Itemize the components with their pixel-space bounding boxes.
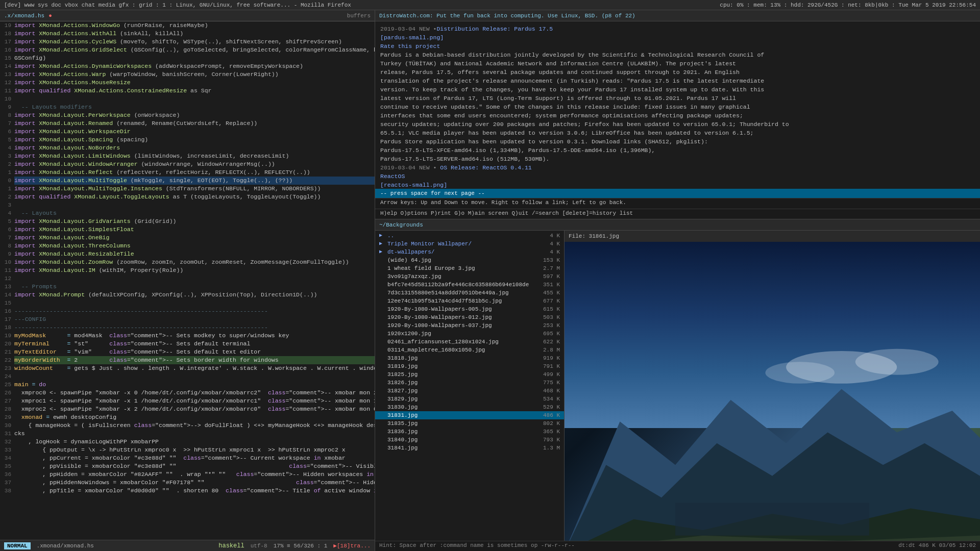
vim-position: 17% ≡ 56/326 : 1 bbox=[274, 543, 328, 549]
code-line: 24 bbox=[0, 372, 375, 381]
code-line: 15 bbox=[0, 299, 375, 307]
browser-line: [pardus-small.png] bbox=[380, 33, 975, 42]
ranger-statusbar: Hint: Space after :command name is somet… bbox=[375, 541, 980, 551]
file-icon bbox=[379, 330, 387, 338]
file-name: 31836.jpg bbox=[387, 428, 529, 436]
ranger-file-item[interactable]: 31818.jpg 919 K bbox=[375, 354, 564, 362]
ranger-fileinfo: dt:dt 486 K 03/05 12:02 bbox=[898, 542, 976, 550]
browser-line: release, Pardus 17.5, offers several pac… bbox=[380, 68, 975, 77]
ranger-file-item[interactable]: 31825.jpg 499 K bbox=[375, 370, 564, 379]
ranger-file-item[interactable]: ▶ .. 4 K bbox=[375, 232, 564, 240]
ranger-file-item[interactable]: 1920x1200.jpg 695 K bbox=[375, 330, 564, 338]
code-line: 26 xmproc0 <- spawnPipe "xmobar -x 0 /ho… bbox=[0, 389, 375, 397]
file-icon bbox=[379, 444, 387, 452]
file-name: dt-wallpapers/ bbox=[387, 248, 529, 256]
file-size: 677 K bbox=[529, 297, 560, 305]
ranger-file-item[interactable]: 12ee74c1b95f5a17a4cd4d7f581b5c.jpg 677 K bbox=[375, 297, 564, 305]
ranger-file-item[interactable]: 31841.jpg 1.3 M bbox=[375, 444, 564, 452]
code-line: 6 import XMonad.Layout.SimplestFloat bbox=[0, 226, 375, 234]
vim-mode: NORMAL bbox=[4, 542, 31, 549]
browser-line: ReactOS bbox=[380, 172, 975, 181]
file-size: 4 K bbox=[529, 248, 560, 256]
right-pane: DistroWatch.com: Put the fun back into c… bbox=[375, 10, 980, 551]
file-size: 529 K bbox=[529, 403, 560, 411]
ranger-file-item[interactable]: 31840.jpg 793 K bbox=[375, 436, 564, 444]
code-line: 8 import XMonad.Layout.ThreeColumns bbox=[0, 242, 375, 250]
file-size: 622 K bbox=[529, 338, 560, 346]
file-size: 486 K bbox=[529, 411, 560, 419]
vim-modified: ● bbox=[48, 13, 52, 19]
browser-line: continue to receive updates." Some of th… bbox=[380, 103, 975, 111]
top-bar: [dev] www sys doc vbox chat media gfx : … bbox=[0, 0, 980, 10]
ranger-file-list[interactable]: ▶ .. 4 K ▶ Triple Monitor Wallpaper/ 4 K… bbox=[375, 231, 564, 541]
code-line: 19 myModMask = mod4Mask class="comment">… bbox=[0, 332, 375, 340]
ranger-file-item[interactable]: 3vo91g7azxqz.jpg 597 K bbox=[375, 272, 564, 281]
ranger-file-item[interactable]: ▶ dt-wallpapers/ 4 K bbox=[375, 248, 564, 256]
vim-statusbar: NORMAL .xmonad/xmonad.hs haskell utf-8 1… bbox=[0, 540, 375, 551]
ranger-file-item[interactable]: 1920-By-1080-Wallpapers-037.jpg 253 K bbox=[375, 321, 564, 330]
file-size: 2.8 M bbox=[529, 346, 560, 354]
ranger-file-item[interactable]: 31835.jpg 802 K bbox=[375, 419, 564, 428]
file-name: 31818.jpg bbox=[387, 354, 529, 362]
file-icon bbox=[379, 346, 387, 354]
code-line: 16 import XMonad.Actions.GridSelect (GSC… bbox=[0, 46, 375, 54]
code-line: 10 import XMonad.Layout.ZoomRow (zoomRow… bbox=[0, 258, 375, 266]
file-name: 31825.jpg bbox=[387, 370, 529, 379]
code-line: 10 bbox=[0, 95, 375, 103]
file-icon: ▶ bbox=[379, 240, 387, 248]
code-line: 32 , logHook = dynamicLogWithPP xmobarPP bbox=[0, 438, 375, 446]
code-line: 30 { manageHook = ( isFullscreen class="… bbox=[0, 421, 375, 430]
file-size: 499 K bbox=[529, 370, 560, 379]
file-name: 12ee74c1b95f5a17a4cd4d7f581b5c.jpg bbox=[387, 297, 529, 305]
ranger-file-item[interactable]: 1 wheat field Europe 3.jpg 2.7 M bbox=[375, 264, 564, 272]
file-name: Triple Monitor Wallpaper/ bbox=[387, 240, 529, 248]
ranger-file-item[interactable]: 31830.jpg 529 K bbox=[375, 403, 564, 411]
code-line: 34 , ppCurrent = xmobarColor "#c3e88d" "… bbox=[0, 454, 375, 462]
ranger-file-item[interactable]: 31831.jpg 486 K bbox=[375, 411, 564, 419]
file-icon bbox=[379, 362, 387, 370]
code-line: 17 import XMonad.Actions.CycleWS (moveTo… bbox=[0, 38, 375, 46]
vim-encoding: utf-8 bbox=[251, 543, 267, 549]
ranger-file-item[interactable]: 31826.jpg 775 K bbox=[375, 379, 564, 387]
file-size: 791 K bbox=[529, 362, 560, 370]
file-icon bbox=[379, 387, 387, 395]
file-size: 802 K bbox=[529, 419, 560, 428]
ranger-file-item[interactable]: 1920-By-1080-Wallpapers-012.jpg 503 K bbox=[375, 313, 564, 321]
code-line: 38 , ppTitle = xmobarColor "#d0d0d0" "" … bbox=[0, 487, 375, 495]
ranger-file-item[interactable]: b4fc7e45d58112b2a9fe446c8c635886b694e108… bbox=[375, 281, 564, 289]
file-size: 597 K bbox=[529, 272, 560, 281]
ranger-file-item[interactable]: ▶ Triple Monitor Wallpaper/ 4 K bbox=[375, 240, 564, 248]
vim-extra: ▶[18]tra... bbox=[333, 542, 371, 549]
file-size: 1.3 M bbox=[529, 444, 560, 452]
ranger-preview: File: 31861.jpg bbox=[564, 231, 980, 541]
ranger-file-item[interactable]: 31827.jpg 468 K bbox=[375, 387, 564, 395]
vim-editor-pane: .x/xmonad.hs ● buffers 19 import XMonad.… bbox=[0, 10, 375, 551]
browser-line: Pardus-17.5-LTS-XFCE-amd64.iso (1,334MB)… bbox=[380, 146, 975, 155]
file-icon bbox=[379, 354, 387, 362]
file-icon bbox=[379, 436, 387, 444]
ranger-pane: ~/Backgrounds ▶ .. 4 K ▶ Triple Monitor … bbox=[375, 219, 980, 551]
ranger-file-item[interactable]: 31829.jpg 534 K bbox=[375, 395, 564, 403]
code-line: 25 main = do bbox=[0, 381, 375, 389]
ranger-hint: Hint: Space after :command name is somet… bbox=[379, 542, 575, 550]
file-name: 3vo91g7azxqz.jpg bbox=[387, 272, 529, 281]
code-line: 12 import XMonad.Actions.MouseResize bbox=[0, 79, 375, 87]
ranger-file-item[interactable]: 31819.jpg 791 K bbox=[375, 362, 564, 370]
code-line: 21 myTextEditor = "vim" class="comment">… bbox=[0, 348, 375, 356]
code-area[interactable]: 19 import XMonad.Actions.WindowGo (runOr… bbox=[0, 21, 375, 540]
code-line: 1 import XMonad.Layout.MultiToggle.Insta… bbox=[0, 185, 375, 193]
ranger-file-item[interactable]: 31836.jpg 365 K bbox=[375, 428, 564, 436]
ranger-file-item[interactable]: 1920-By-1080-Wallpapers-005.jpg 615 K bbox=[375, 305, 564, 313]
ranger-file-item[interactable]: 02461_africansunset_1280x1024.jpg 622 K bbox=[375, 338, 564, 346]
ranger-file-item[interactable]: 7d3c13155880e514a8ddd7051Obe449a.jpg 455… bbox=[375, 289, 564, 297]
code-line: 5 import XMonad.Layout.Spacing (spacing) bbox=[0, 136, 375, 144]
code-line: 37 , ppHiddenNoWindows = xmobarColor "#F… bbox=[0, 479, 375, 487]
browser-content[interactable]: 2019-03-04 NEW •Distribution Release: Pa… bbox=[375, 21, 980, 189]
file-name: 03114_mapletree_1680x1050.jpg bbox=[387, 346, 529, 354]
code-line: 9 -- Layouts modifiers bbox=[0, 103, 375, 111]
preview-header: File: 31861.jpg bbox=[565, 231, 980, 242]
ranger-file-item[interactable]: 03114_mapletree_1680x1050.jpg 2.8 M bbox=[375, 346, 564, 354]
ranger-file-item[interactable]: (wide) 64.jpg 153 K bbox=[375, 256, 564, 264]
browser-line: Rate this project bbox=[380, 42, 975, 51]
browser-line: security updates; updating over 200 pack… bbox=[380, 120, 975, 129]
